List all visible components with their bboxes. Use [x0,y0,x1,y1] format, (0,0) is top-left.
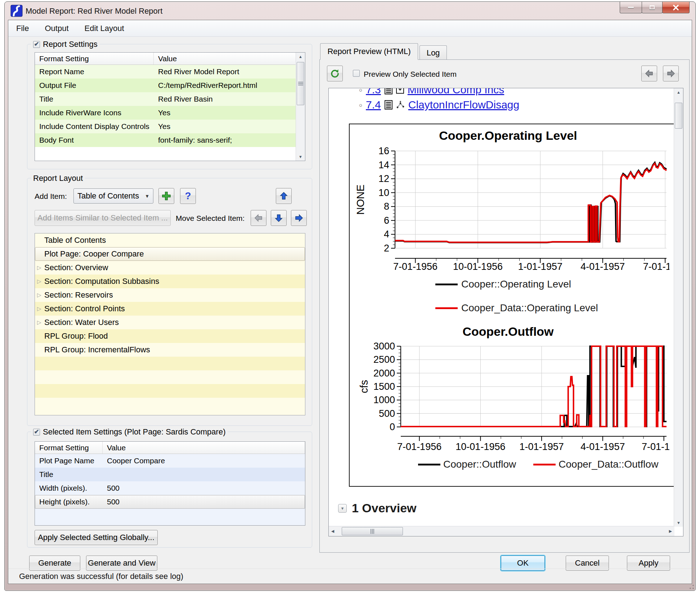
expander-icon[interactable]: ▷ [37,265,41,270]
preview-hscrollbar: ◀ ▶ [329,526,674,536]
layout-list: Table of Contents Plot Page: Cooper Comp… [35,233,305,415]
list-item-rpl-group-incrementalflows[interactable]: RPL Group: IncrementalFlows [35,343,305,357]
help-button[interactable]: ? [180,188,196,204]
svg-text:14: 14 [378,160,389,170]
resize-grip[interactable] [689,584,694,589]
setting-name: Report Name [35,65,154,79]
toc-link-number[interactable]: 7.3 [366,88,381,96]
list-item-plot-page-cooper-compare[interactable]: Plot Page: Cooper Compare [35,247,305,261]
scroll-up-button[interactable]: ▲ [296,53,305,61]
col-value[interactable]: Value [103,442,305,454]
col-format-setting[interactable]: Format Setting [35,442,103,454]
maximize-button[interactable] [642,2,663,13]
legend-label: Cooper::Operating Level [461,278,571,290]
list-item-label: Section: Water Users [44,318,119,327]
svg-text:4: 4 [384,229,389,240]
document-icon [385,88,392,94]
list-item-section-reservoirs[interactable]: ▷ Section: Reservoirs [35,288,305,302]
add-item-value: Table of Contents [77,191,139,201]
window-title: Model Report: Red River Model Report [26,6,162,16]
selected-item-settings-checkbox[interactable]: ✔ [33,429,40,436]
table-row[interactable]: Output File C:/temp/RedRiverReport.html [35,79,305,92]
section-toggle-button[interactable]: ▼ [338,504,347,513]
toc-link-label[interactable]: ClaytonIncrFlowDisagg [408,99,519,111]
table-row[interactable]: Include Content Display Controls Yes [35,120,305,133]
svg-text:10: 10 [378,187,389,198]
move-up-button[interactable] [276,188,292,204]
minimize-button[interactable] [620,2,642,13]
section-heading: 1 Overview [352,501,417,515]
list-item-section-overview[interactable]: ▷ Section: Overview [35,261,305,275]
expander-icon[interactable]: ▷ [37,306,41,311]
table-row[interactable]: Include RiverWare Icons Yes [35,106,305,120]
selected-item-settings-label: Selected Item Settings (Plot Page: Sardi… [43,427,225,437]
scroll-up-button[interactable]: ▲ [674,88,683,96]
chart-title: Cooper.Operating Level [350,129,667,143]
scroll-down-button[interactable]: ▼ [674,519,683,527]
preview-only-checkbox[interactable] [353,70,360,77]
scroll-right-button[interactable]: ▶ [667,526,674,536]
add-item-select[interactable]: Table of Contents ▼ [73,188,153,204]
report-settings-checkbox[interactable]: ✔ [33,41,40,48]
titlebar[interactable]: Model Report: Red River Model Report [5,2,695,20]
menu-output[interactable]: Output [45,24,68,33]
scroll-left-button[interactable]: ◀ [329,526,337,536]
tab-label: Log [427,48,440,58]
expander-icon[interactable]: ▷ [37,278,41,284]
move-right-button[interactable] [291,210,307,226]
scroll-thumb[interactable] [675,103,682,129]
list-item-section-computation-subbasins[interactable]: ▷ Section: Computation Subbasins [35,275,305,288]
expander-icon[interactable]: ▷ [37,292,41,298]
list-item-section-water-users[interactable]: ▷ Section: Water Users [35,316,305,329]
col-value[interactable]: Value [154,53,305,64]
legend-label: Cooper::Outflow [443,459,516,470]
scroll-down-button[interactable]: ▼ [296,153,305,161]
move-selected-label: Move Selected Item: [176,214,244,223]
legend-swatch-black [418,464,440,465]
list-item-section-control-points[interactable]: ▷ Section: Control Points [35,302,305,316]
preview-pane: Preview Only Selected Item ○ 7.3 [319,59,690,553]
chart-title: Cooper.Outflow [350,325,667,339]
legend-entry: Cooper::Operating Level [435,278,571,290]
col-format-setting[interactable]: Format Setting [35,53,154,64]
tab-report-preview[interactable]: Report Preview (HTML) [320,43,418,60]
table-row-selected[interactable]: Height (pixels). 500 [35,495,305,509]
table-row[interactable]: Report Name Red River Model Report [35,65,305,79]
setting-name: Include RiverWare Icons [35,106,154,120]
table-row[interactable]: Title Red River Basin [35,92,305,106]
table-row[interactable]: Body Font font-family: sans-serif; [35,133,305,147]
list-item-rpl-group-flood[interactable]: RPL Group: Flood [35,329,305,343]
tab-log[interactable]: Log [419,45,447,60]
add-item-button[interactable] [158,188,174,204]
add-similar-button[interactable]: Add Items Similar to Selected Item ... [35,210,171,226]
toc-link-number[interactable]: 7.4 [366,99,381,111]
scroll-thumb[interactable] [342,527,403,535]
preview-viewport: ○ 7.3 Millwood Comp Incs ○ [328,88,683,536]
move-down-button[interactable] [271,210,287,226]
document-icon [385,100,392,110]
chevron-down-icon: ▼ [145,193,149,199]
nav-back-button[interactable] [641,66,657,81]
screen: Model Report: Red River Model Report Fil… [0,0,700,593]
move-left-button[interactable] [251,210,266,226]
legend-label: Cooper_Data::Outflow [558,459,658,470]
close-button[interactable] [662,2,690,13]
model-report-window: Model Report: Red River Model Report Fil… [4,1,696,591]
table-row[interactable]: Plot Page Name Cooper Compare [35,454,305,468]
scroll-thumb[interactable] [297,62,304,105]
menu-file[interactable]: File [16,24,29,33]
expander-icon[interactable]: ▷ [37,320,41,325]
apply-globally-button[interactable]: Apply Selected Setting Globally... [35,530,158,545]
refresh-button[interactable] [327,66,343,81]
svg-text:4-01-1957: 4-01-1957 [580,441,625,452]
toc-link-label[interactable]: Millwood Comp Incs [408,88,504,96]
legend-swatch-black [435,284,458,285]
menu-edit-layout[interactable]: Edit Layout [85,24,124,33]
nav-forward-button[interactable] [663,66,679,81]
check-icon: ✔ [34,41,39,47]
table-row[interactable]: Title [35,468,305,481]
check-icon: ✔ [34,429,39,435]
tab-label: Report Preview (HTML) [327,47,410,56]
list-item-table-of-contents[interactable]: Table of Contents [35,233,305,247]
table-row[interactable]: Width (pixels). 500 [35,481,305,495]
